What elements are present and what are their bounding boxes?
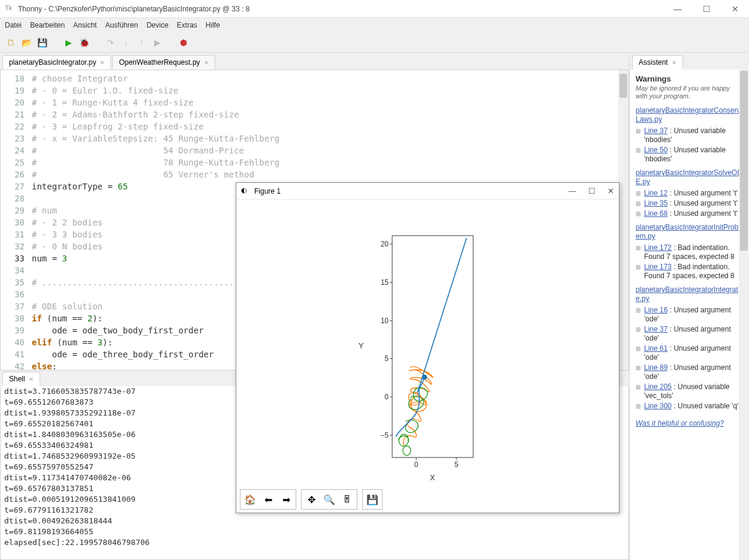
warning-item[interactable]: Line 50 : Unused variable 'nbodies': [636, 146, 743, 164]
line-gutter: 1819202122232425262728293031323334353637…: [1, 70, 29, 370]
file-link[interactable]: planetaryBasicIntegratorIntegrate.py: [636, 285, 743, 303]
warning-item[interactable]: Line 37 : Unused variable 'nbodies': [636, 127, 743, 144]
ylabel: Y: [359, 341, 364, 350]
figure-toolbar: 🏠 ⬅ ➡ ✥ 🔍 🎚 💾: [236, 487, 619, 511]
save-figure-icon[interactable]: 💾: [364, 491, 381, 508]
fig-minimize-button[interactable]: —: [568, 186, 576, 195]
warnings-heading: Warnings: [636, 74, 743, 83]
open-file-icon[interactable]: 📂: [20, 37, 32, 49]
menubar: Datei Bearbeiten Ansicht Ausführen Devic…: [0, 18, 749, 32]
warning-item[interactable]: Line 173 : Bad indentation. Found 7 spac…: [636, 263, 743, 281]
figure-title: Figure 1: [254, 187, 568, 195]
stop-icon[interactable]: ⬢: [178, 37, 189, 49]
close-icon[interactable]: ✕: [672, 59, 676, 66]
maximize-button[interactable]: ☐: [697, 4, 715, 14]
svg-text:5: 5: [455, 460, 459, 469]
menu-device[interactable]: Device: [146, 21, 169, 29]
zoom-icon[interactable]: 🔍: [321, 491, 338, 508]
warning-item[interactable]: Line 68 : Unused argument 't': [636, 209, 743, 218]
warning-item[interactable]: Line 300 : Unused variable 'q': [636, 402, 743, 411]
save-icon[interactable]: 💾: [36, 37, 48, 49]
svg-text:10: 10: [381, 317, 389, 325]
menu-run[interactable]: Ausführen: [105, 21, 138, 29]
warning-item[interactable]: Line 37 : Unused argument 'ode': [636, 325, 743, 343]
debug-icon[interactable]: 🐞: [78, 37, 90, 49]
assistant-tabs: Assistent ✕: [630, 53, 749, 70]
menu-view[interactable]: Ansicht: [73, 21, 97, 29]
fig-close-button[interactable]: ✕: [607, 186, 614, 195]
minimize-button[interactable]: —: [669, 4, 687, 14]
tab-planetary[interactable]: planetaryBasicIntegrator.py ✕: [2, 55, 111, 70]
warning-item[interactable]: Line 89 : Unused argument 'ode': [636, 363, 743, 381]
svg-text:0: 0: [414, 460, 419, 469]
menu-extras[interactable]: Extras: [177, 21, 197, 29]
warnings-hint: May be ignored if you are happy with you…: [636, 85, 743, 100]
window-title: Thonny - C:\Penzkofer\Python\misc\planet…: [18, 5, 669, 13]
pan-icon[interactable]: ✥: [303, 491, 320, 508]
svg-text:15: 15: [381, 278, 389, 287]
fig-maximize-button[interactable]: ☐: [588, 186, 595, 195]
step-into-icon[interactable]: ↓: [120, 37, 132, 49]
feedback-link[interactable]: Was it helpful or confusing?: [636, 419, 724, 427]
svg-text:20: 20: [381, 240, 389, 248]
warning-item[interactable]: Line 12 : Unused argument 't': [636, 189, 743, 198]
plot-svg: Y X −5 0 5 10 15 20 0 5: [236, 200, 620, 487]
figure-icon: ◐: [241, 186, 251, 196]
svg-line-17: [417, 238, 467, 393]
resume-icon[interactable]: ▶: [151, 37, 163, 49]
menu-help[interactable]: Hilfe: [206, 21, 220, 29]
series-body3: [398, 388, 428, 456]
home-icon[interactable]: 🏠: [242, 491, 258, 508]
file-link[interactable]: planetaryBasicIntegratorConservLaws.py: [636, 106, 743, 124]
figure-canvas[interactable]: Y X −5 0 5 10 15 20 0 5: [236, 200, 619, 487]
file-link[interactable]: planetaryBasicIntegratorSolveODE.py: [636, 168, 743, 186]
warning-item[interactable]: Line 172 : Bad indentation. Found 7 spac…: [636, 243, 743, 261]
tab-label: planetaryBasicIntegrator.py: [9, 58, 96, 67]
x-ticks: 0 5: [414, 457, 459, 469]
back-icon[interactable]: ⬅: [260, 491, 276, 508]
menu-edit[interactable]: Bearbeiten: [30, 21, 65, 29]
tab-label: Assistent: [639, 58, 668, 67]
figure-window[interactable]: ◐ Figure 1 — ☐ ✕ Y X −5 0 5 10 15 20: [236, 182, 619, 513]
warning-item[interactable]: Line 205 : Unused variable 'vec_tols': [636, 383, 743, 401]
configure-icon[interactable]: 🎚: [339, 491, 356, 508]
y-ticks: −5 0 5 10 15 20: [380, 240, 392, 439]
svg-text:0: 0: [384, 393, 389, 401]
new-file-icon[interactable]: 🗋: [5, 37, 17, 49]
assistant-scrollbar[interactable]: [739, 70, 749, 560]
editor-tabs: planetaryBasicIntegrator.py ✕ OpenWeathe…: [0, 53, 629, 70]
app-icon: Tk: [5, 4, 14, 14]
titlebar: Tk Thonny - C:\Penzkofer\Python\misc\pla…: [0, 0, 749, 18]
svg-text:−5: −5: [380, 431, 389, 439]
close-icon[interactable]: ✕: [29, 376, 34, 383]
figure-titlebar[interactable]: ◐ Figure 1 — ☐ ✕: [236, 183, 619, 200]
svg-point-18: [423, 375, 427, 380]
menu-file[interactable]: Datei: [5, 21, 22, 29]
tab-label: OpenWeatherRequest.py: [119, 58, 200, 67]
close-icon[interactable]: ✕: [100, 59, 104, 66]
assistant-panel: Warnings May be ignored if you are happy…: [630, 70, 749, 560]
forward-icon[interactable]: ➡: [278, 491, 294, 508]
tab-openweather[interactable]: OpenWeatherRequest.py ✕: [112, 55, 215, 70]
tab-shell[interactable]: Shell ✕: [2, 372, 40, 386]
step-out-icon[interactable]: ↑: [136, 37, 148, 49]
xlabel: X: [430, 473, 435, 482]
warning-item[interactable]: Line 16 : Unused argument 'ode': [636, 306, 743, 324]
tab-label: Shell: [9, 375, 25, 383]
close-button[interactable]: ✕: [726, 4, 744, 14]
file-link[interactable]: planetaryBasicIntegratorInitProblem.py: [636, 223, 743, 241]
tab-assistant[interactable]: Assistent ✕: [632, 55, 683, 70]
warning-item[interactable]: Line 35 : Unused argument 't': [636, 199, 743, 208]
step-over-icon[interactable]: ↷: [104, 37, 116, 49]
warning-item[interactable]: Line 61 : Unused argument 'ode': [636, 344, 743, 362]
series-body1: [396, 238, 467, 436]
run-icon[interactable]: ▶: [62, 37, 74, 49]
svg-text:5: 5: [384, 354, 389, 363]
toolbar: 🗋 📂 💾 ▶ 🐞 ↷ ↓ ↑ ▶ ⬢: [0, 32, 749, 53]
close-icon[interactable]: ✕: [204, 59, 209, 66]
svg-rect-0: [392, 236, 473, 457]
